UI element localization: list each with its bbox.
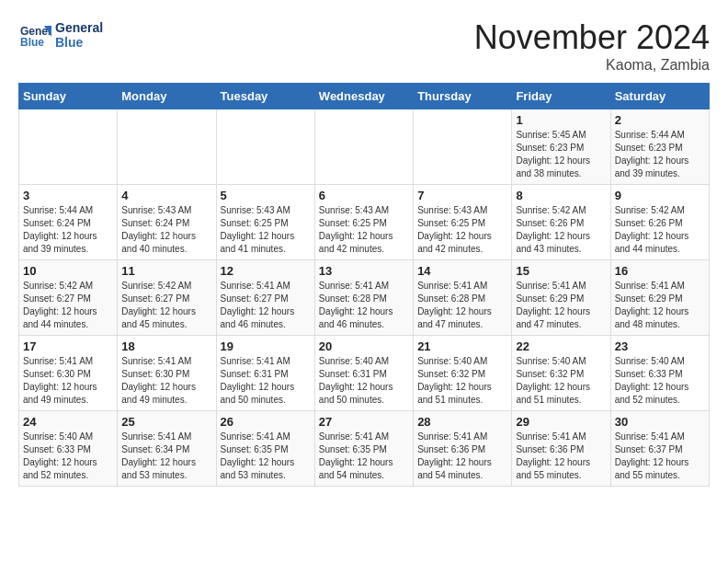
- day-number: 12: [221, 264, 311, 278]
- calendar-cell: 14Sunrise: 5:41 AM Sunset: 6:28 PM Dayli…: [414, 260, 512, 336]
- calendar-cell: 6Sunrise: 5:43 AM Sunset: 6:25 PM Daylig…: [314, 185, 413, 260]
- calendar-cell: [414, 109, 512, 185]
- day-info: Sunrise: 5:42 AM Sunset: 6:27 PM Dayligh…: [23, 280, 113, 331]
- weekday-header: Wednesday: [314, 84, 413, 109]
- calendar-cell: 5Sunrise: 5:43 AM Sunset: 6:25 PM Daylig…: [216, 185, 314, 260]
- day-info: Sunrise: 5:43 AM Sunset: 6:25 PM Dayligh…: [221, 204, 311, 256]
- calendar-cell: 21Sunrise: 5:40 AM Sunset: 6:32 PM Dayli…: [414, 336, 512, 411]
- day-number: 28: [417, 415, 507, 429]
- day-info: Sunrise: 5:41 AM Sunset: 6:36 PM Dayligh…: [417, 431, 507, 482]
- weekday-header: Monday: [118, 84, 216, 109]
- calendar-cell: 4Sunrise: 5:43 AM Sunset: 6:24 PM Daylig…: [118, 185, 216, 260]
- calendar-cell: 19Sunrise: 5:41 AM Sunset: 6:31 PM Dayli…: [216, 336, 314, 411]
- day-info: Sunrise: 5:41 AM Sunset: 6:30 PM Dayligh…: [23, 355, 113, 407]
- calendar-cell: 22Sunrise: 5:40 AM Sunset: 6:32 PM Dayli…: [512, 336, 610, 411]
- day-number: 10: [23, 264, 113, 278]
- day-info: Sunrise: 5:42 AM Sunset: 6:26 PM Dayligh…: [615, 204, 705, 256]
- day-number: 29: [516, 415, 606, 429]
- weekday-header: Tuesday: [216, 84, 314, 109]
- day-number: 11: [121, 264, 211, 278]
- day-info: Sunrise: 5:41 AM Sunset: 6:37 PM Dayligh…: [615, 431, 705, 482]
- weekday-header: Friday: [512, 84, 610, 109]
- day-info: Sunrise: 5:41 AM Sunset: 6:29 PM Dayligh…: [516, 280, 606, 331]
- calendar-cell: 18Sunrise: 5:41 AM Sunset: 6:30 PM Dayli…: [118, 336, 216, 411]
- day-number: 25: [121, 415, 211, 429]
- calendar-cell: 2Sunrise: 5:44 AM Sunset: 6:23 PM Daylig…: [610, 109, 709, 185]
- day-number: 1: [516, 113, 606, 127]
- weekday-header: Thursday: [414, 84, 512, 109]
- day-number: 19: [221, 339, 311, 353]
- day-info: Sunrise: 5:44 AM Sunset: 6:24 PM Dayligh…: [23, 204, 113, 256]
- day-info: Sunrise: 5:43 AM Sunset: 6:25 PM Dayligh…: [417, 204, 507, 256]
- day-number: 24: [23, 415, 113, 429]
- calendar-week-row: 3Sunrise: 5:44 AM Sunset: 6:24 PM Daylig…: [19, 185, 710, 260]
- weekday-header-row: SundayMondayTuesdayWednesdayThursdayFrid…: [19, 84, 710, 109]
- svg-text:Blue: Blue: [20, 36, 44, 49]
- calendar-cell: 23Sunrise: 5:40 AM Sunset: 6:33 PM Dayli…: [610, 336, 709, 411]
- day-number: 16: [615, 264, 705, 278]
- calendar-cell: 15Sunrise: 5:41 AM Sunset: 6:29 PM Dayli…: [512, 260, 610, 336]
- day-info: Sunrise: 5:45 AM Sunset: 6:23 PM Dayligh…: [516, 129, 606, 180]
- logo: General Blue General Blue: [18, 18, 103, 52]
- day-info: Sunrise: 5:44 AM Sunset: 6:23 PM Dayligh…: [615, 129, 705, 180]
- day-number: 26: [221, 415, 311, 429]
- calendar-cell: 29Sunrise: 5:41 AM Sunset: 6:36 PM Dayli…: [512, 411, 610, 487]
- calendar-cell: 13Sunrise: 5:41 AM Sunset: 6:28 PM Dayli…: [314, 260, 413, 336]
- day-number: 27: [319, 415, 409, 429]
- calendar-cell: 7Sunrise: 5:43 AM Sunset: 6:25 PM Daylig…: [414, 185, 512, 260]
- weekday-header: Sunday: [19, 84, 118, 109]
- title-area: November 2024 Kaoma, Zambia: [474, 18, 710, 74]
- calendar-cell: 27Sunrise: 5:41 AM Sunset: 6:35 PM Dayli…: [314, 411, 413, 487]
- day-info: Sunrise: 5:41 AM Sunset: 6:36 PM Dayligh…: [516, 431, 606, 482]
- day-info: Sunrise: 5:41 AM Sunset: 6:27 PM Dayligh…: [221, 280, 311, 331]
- day-number: 14: [417, 264, 507, 278]
- day-number: 9: [615, 189, 705, 202]
- calendar-cell: 16Sunrise: 5:41 AM Sunset: 6:29 PM Dayli…: [610, 260, 709, 336]
- day-info: Sunrise: 5:40 AM Sunset: 6:32 PM Dayligh…: [417, 355, 507, 407]
- day-number: 2: [615, 113, 705, 127]
- calendar-cell: 30Sunrise: 5:41 AM Sunset: 6:37 PM Dayli…: [610, 411, 709, 487]
- calendar-week-row: 17Sunrise: 5:41 AM Sunset: 6:30 PM Dayli…: [19, 336, 710, 411]
- calendar-cell: [314, 109, 413, 185]
- day-info: Sunrise: 5:40 AM Sunset: 6:33 PM Dayligh…: [615, 355, 705, 407]
- day-number: 13: [319, 264, 409, 278]
- day-number: 17: [23, 339, 113, 353]
- day-number: 23: [615, 339, 705, 353]
- calendar-cell: 24Sunrise: 5:40 AM Sunset: 6:33 PM Dayli…: [19, 411, 118, 487]
- calendar-cell: [19, 109, 118, 185]
- day-info: Sunrise: 5:43 AM Sunset: 6:24 PM Dayligh…: [121, 204, 211, 256]
- calendar-week-row: 24Sunrise: 5:40 AM Sunset: 6:33 PM Dayli…: [19, 411, 710, 487]
- day-info: Sunrise: 5:41 AM Sunset: 6:28 PM Dayligh…: [319, 280, 409, 331]
- day-info: Sunrise: 5:42 AM Sunset: 6:27 PM Dayligh…: [121, 280, 211, 331]
- logo-blue: Blue: [55, 35, 103, 50]
- calendar-table: SundayMondayTuesdayWednesdayThursdayFrid…: [18, 83, 710, 487]
- day-info: Sunrise: 5:41 AM Sunset: 6:35 PM Dayligh…: [319, 431, 409, 482]
- day-number: 8: [516, 189, 606, 202]
- calendar-cell: 1Sunrise: 5:45 AM Sunset: 6:23 PM Daylig…: [512, 109, 610, 185]
- calendar-cell: [118, 109, 216, 185]
- calendar-week-row: 10Sunrise: 5:42 AM Sunset: 6:27 PM Dayli…: [19, 260, 710, 336]
- calendar-cell: [216, 109, 314, 185]
- day-number: 4: [121, 189, 211, 202]
- day-info: Sunrise: 5:41 AM Sunset: 6:28 PM Dayligh…: [417, 280, 507, 331]
- day-info: Sunrise: 5:41 AM Sunset: 6:29 PM Dayligh…: [615, 280, 705, 331]
- calendar-cell: 25Sunrise: 5:41 AM Sunset: 6:34 PM Dayli…: [118, 411, 216, 487]
- location-title: Kaoma, Zambia: [474, 57, 710, 74]
- day-number: 30: [615, 415, 705, 429]
- day-number: 6: [319, 189, 409, 202]
- day-info: Sunrise: 5:41 AM Sunset: 6:30 PM Dayligh…: [121, 355, 211, 407]
- day-number: 22: [516, 339, 606, 353]
- day-info: Sunrise: 5:43 AM Sunset: 6:25 PM Dayligh…: [319, 204, 409, 256]
- calendar-week-row: 1Sunrise: 5:45 AM Sunset: 6:23 PM Daylig…: [19, 109, 710, 185]
- day-info: Sunrise: 5:40 AM Sunset: 6:33 PM Dayligh…: [23, 431, 113, 482]
- day-number: 5: [221, 189, 311, 202]
- day-info: Sunrise: 5:41 AM Sunset: 6:35 PM Dayligh…: [221, 431, 311, 482]
- weekday-header: Saturday: [610, 84, 709, 109]
- day-number: 7: [417, 189, 507, 202]
- day-info: Sunrise: 5:41 AM Sunset: 6:31 PM Dayligh…: [221, 355, 311, 407]
- logo-icon: General Blue: [18, 18, 51, 52]
- month-title: November 2024: [474, 18, 710, 57]
- logo-general: General: [55, 20, 103, 35]
- day-info: Sunrise: 5:42 AM Sunset: 6:26 PM Dayligh…: [516, 204, 606, 256]
- calendar-cell: 12Sunrise: 5:41 AM Sunset: 6:27 PM Dayli…: [216, 260, 314, 336]
